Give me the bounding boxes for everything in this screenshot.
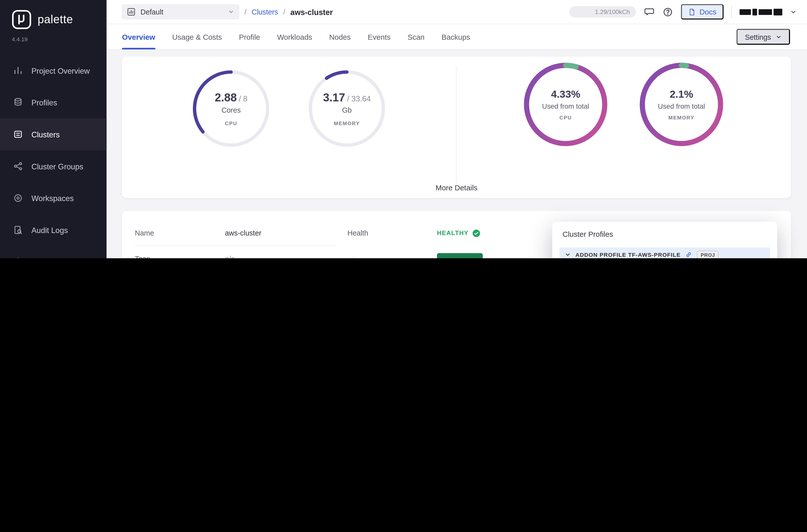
memory-usage-caption: Used from total [658, 102, 705, 110]
chevron-down-icon [775, 34, 782, 40]
tabs: Overview Usage & Costs Profile Workloads… [122, 24, 470, 50]
cpu-gauge: 2.88/ 8 Cores CPU [190, 68, 272, 150]
sidebar-item-clusters[interactable]: Clusters [0, 118, 107, 150]
divider [731, 5, 732, 19]
workspaces-icon [13, 193, 23, 203]
divider [456, 66, 456, 183]
cpu-total-value: / 8 [239, 94, 247, 103]
detail-row-tags: Tags n/a [135, 246, 337, 258]
memory-usage-percent: 2.1% [670, 89, 693, 100]
docs-button[interactable]: Docs [681, 4, 724, 19]
cpu-gauge-label: CPU [225, 120, 237, 126]
tab-events[interactable]: Events [368, 24, 391, 50]
chat-icon[interactable] [644, 6, 655, 17]
memory-used-value: 3.17 [323, 91, 345, 104]
breadcrumb-separator: / [244, 8, 246, 16]
sidebar-item-project-settings[interactable]: Project Settings [0, 246, 107, 258]
tab-usage-costs[interactable]: Usage & Costs [172, 24, 222, 50]
docs-icon [688, 8, 696, 16]
memory-usage-label: MEMORY [668, 115, 694, 120]
top-bar: Default / Clusters / aws-cluster 1.29/10… [107, 0, 807, 24]
cluster-profiles-panel: Cluster Profiles ADDON PROFILE TF-AWS-PR… [552, 222, 777, 258]
gear-icon [13, 257, 23, 258]
cpu-usage-percent: 4.33% [551, 89, 580, 100]
sidebar-item-label: Project Settings [32, 258, 86, 258]
memory-unit: Gb [342, 106, 352, 114]
running-status-badge: RUNNING [437, 253, 483, 258]
detail-row-health: Health HEALTHY [347, 219, 553, 247]
project-selector[interactable]: Default [122, 4, 239, 19]
project-overview-icon [13, 65, 23, 76]
addon-profile-section-header[interactable]: ADDON PROFILE TF-AWS-PROFILE PROJ [559, 248, 770, 258]
detail-row-cluster-status: Cluster Status RUNNING [347, 247, 553, 258]
more-details-button[interactable]: More Details [122, 184, 791, 192]
chevron-down-icon [565, 251, 571, 258]
sidebar-item-label: Audit Logs [32, 226, 68, 234]
audit-logs-icon [13, 225, 23, 235]
profiles-icon [13, 97, 23, 108]
sidebar-item-workspaces[interactable]: Workspaces [0, 182, 107, 214]
settings-button[interactable]: Settings [737, 29, 790, 45]
sidebar-nav: Project Overview Profiles Clusters Clust… [0, 54, 107, 258]
tab-bar: Overview Usage & Costs Profile Workloads… [107, 24, 807, 50]
sidebar-item-label: Project Overview [32, 66, 90, 75]
details-right-column: Health HEALTHY Cluster Status RUNNING Up… [347, 219, 553, 258]
cpu-used-value: 2.88 [214, 91, 237, 104]
project-scope-icon [127, 8, 135, 16]
tab-profile[interactable]: Profile [239, 24, 260, 50]
breadcrumb-clusters-link[interactable]: Clusters [251, 8, 278, 16]
link-icon [685, 251, 693, 258]
main-content: 2.88/ 8 Cores CPU 3.17/ 33.64 Gb MEMORY [107, 50, 807, 258]
memory-gauge: 3.17/ 33.64 Gb MEMORY [306, 68, 388, 150]
cpu-unit: Cores [221, 106, 241, 114]
palette-logo-icon [11, 9, 32, 30]
app-version: 4.4.19 [0, 30, 107, 42]
scope-badge: PROJ [697, 250, 718, 258]
brand-name: palette [37, 13, 73, 26]
tab-nodes[interactable]: Nodes [329, 24, 351, 50]
memory-gauge-label: MEMORY [334, 120, 360, 126]
check-circle-icon [472, 229, 481, 238]
cluster-groups-icon [13, 161, 23, 171]
sidebar-item-label: Profiles [32, 98, 57, 107]
usage-pill: 1.29/100kCh [569, 6, 636, 18]
breadcrumb-separator: / [283, 8, 285, 16]
cluster-profiles-title: Cluster Profiles [552, 222, 777, 244]
cpu-usage-ring: 4.33% Used from total CPU [522, 61, 609, 148]
chevron-down-icon [228, 9, 234, 15]
sidebar-item-project-overview[interactable]: Project Overview [0, 54, 107, 87]
user-menu-chevron-down-icon[interactable] [790, 8, 797, 15]
redacted-username[interactable] [739, 8, 782, 15]
tab-workloads[interactable]: Workloads [277, 24, 312, 50]
app-root: palette 4.4.19 Project Overview Profiles [0, 0, 807, 258]
project-selector-value: Default [140, 8, 163, 16]
metrics-card: 2.88/ 8 Cores CPU 3.17/ 33.64 Gb MEMORY [122, 57, 791, 198]
details-left-column: Name aws-cluster Tags n/a Description Cl… [135, 220, 337, 258]
cpu-usage-label: CPU [559, 115, 572, 120]
memory-total-value: / 33.64 [347, 94, 371, 103]
tab-backups[interactable]: Backups [442, 24, 470, 50]
tab-overview[interactable]: Overview [122, 24, 155, 50]
sidebar-item-label: Cluster Groups [32, 162, 83, 171]
breadcrumb-current: aws-cluster [290, 7, 333, 16]
sidebar-item-cluster-groups[interactable]: Cluster Groups [0, 150, 107, 182]
sidebar-item-label: Clusters [32, 130, 60, 139]
health-status-badge: HEALTHY [437, 229, 481, 238]
detail-row-name: Name aws-cluster [135, 220, 337, 246]
sidebar: palette 4.4.19 Project Overview Profiles [0, 0, 107, 258]
tab-scan[interactable]: Scan [408, 24, 425, 50]
memory-usage-ring: 2.1% Used from total MEMORY [638, 61, 725, 148]
top-bar-right: 1.29/100kCh Docs [569, 4, 797, 19]
sidebar-item-label: Workspaces [32, 194, 74, 203]
clusters-icon [13, 129, 23, 139]
sidebar-item-profiles[interactable]: Profiles [0, 87, 107, 118]
sidebar-item-audit-logs[interactable]: Audit Logs [0, 214, 107, 246]
brand-row: palette [0, 0, 107, 30]
cpu-usage-caption: Used from total [542, 102, 589, 110]
help-icon[interactable] [662, 6, 673, 17]
